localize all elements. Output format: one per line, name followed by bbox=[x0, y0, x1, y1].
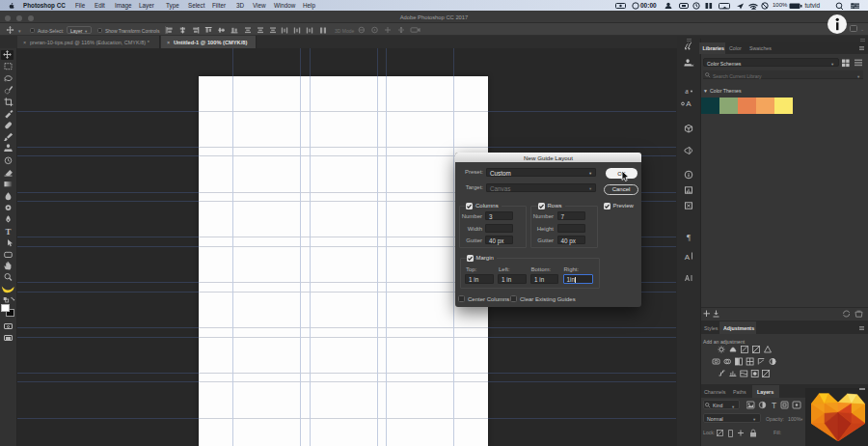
svg-text:A: A bbox=[685, 253, 691, 262]
svg-text:T: T bbox=[772, 401, 776, 409]
svg-text:A: A bbox=[686, 99, 692, 108]
svg-text:a: a bbox=[685, 87, 689, 96]
svg-text:T: T bbox=[5, 227, 11, 237]
svg-text:¶: ¶ bbox=[687, 233, 691, 242]
